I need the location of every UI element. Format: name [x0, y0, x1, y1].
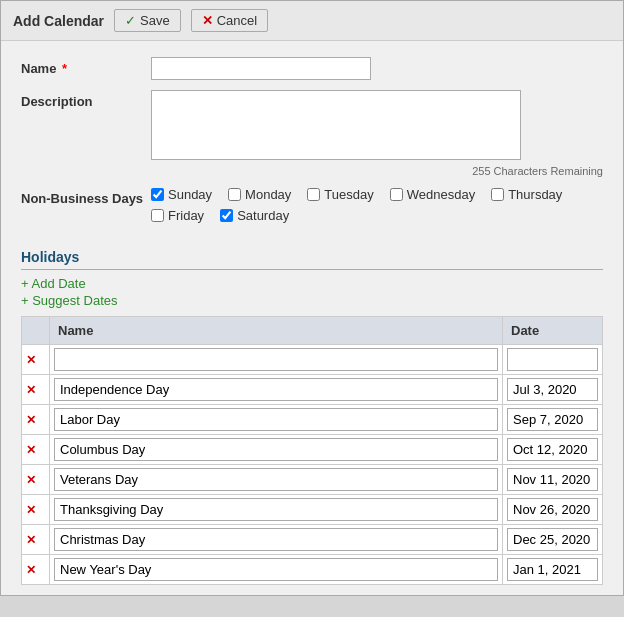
- delete-cell: ✕: [22, 495, 50, 525]
- col-header-delete: [22, 317, 50, 345]
- check-icon: ✓: [125, 13, 136, 28]
- col-header-name: Name: [50, 317, 503, 345]
- date-cell: [503, 495, 603, 525]
- holidays-table: Name Date ✕✕✕✕✕✕✕✕: [21, 316, 603, 585]
- holiday-name-input[interactable]: [54, 348, 498, 371]
- table-row: ✕: [22, 435, 603, 465]
- form-area: Name * Description 255 Characters Remain…: [1, 41, 623, 249]
- date-cell: [503, 525, 603, 555]
- delete-button[interactable]: ✕: [26, 443, 36, 457]
- day-monday[interactable]: Monday: [228, 187, 291, 202]
- name-input-wrapper: [151, 57, 603, 80]
- checkbox-thursday[interactable]: [491, 188, 504, 201]
- holidays-section: Holidays + Add Date + Suggest Dates Name…: [1, 249, 623, 595]
- save-button[interactable]: ✓ Save: [114, 9, 181, 32]
- delete-button[interactable]: ✕: [26, 563, 36, 577]
- delete-button[interactable]: ✕: [26, 383, 36, 397]
- description-input[interactable]: [151, 90, 521, 160]
- holiday-date-input[interactable]: [507, 438, 598, 461]
- name-cell: [50, 465, 503, 495]
- date-cell: [503, 465, 603, 495]
- cancel-button[interactable]: ✕ Cancel: [191, 9, 268, 32]
- date-cell: [503, 375, 603, 405]
- name-label: Name *: [21, 57, 151, 76]
- date-cell: [503, 555, 603, 585]
- table-header: Name Date: [22, 317, 603, 345]
- add-date-label: + Add Date: [21, 276, 86, 291]
- table-row: ✕: [22, 465, 603, 495]
- suggest-dates-label: + Suggest Dates: [21, 293, 117, 308]
- delete-button[interactable]: ✕: [26, 413, 36, 427]
- holiday-name-input[interactable]: [54, 468, 498, 491]
- name-input[interactable]: [151, 57, 371, 80]
- date-cell: [503, 435, 603, 465]
- delete-cell: ✕: [22, 525, 50, 555]
- header: Add Calendar ✓ Save ✕ Cancel: [1, 1, 623, 41]
- holiday-name-input[interactable]: [54, 498, 498, 521]
- checkbox-saturday[interactable]: [220, 209, 233, 222]
- table-row: ✕: [22, 375, 603, 405]
- day-sunday[interactable]: Sunday: [151, 187, 212, 202]
- holiday-name-input[interactable]: [54, 438, 498, 461]
- holiday-date-input[interactable]: [507, 348, 598, 371]
- non-business-days-label: Non-Business Days: [21, 187, 151, 206]
- add-date-link[interactable]: + Add Date: [21, 276, 603, 291]
- table-row: ✕: [22, 345, 603, 375]
- name-cell: [50, 525, 503, 555]
- holiday-date-input[interactable]: [507, 408, 598, 431]
- holiday-date-input[interactable]: [507, 498, 598, 521]
- delete-cell: ✕: [22, 405, 50, 435]
- checkbox-monday[interactable]: [228, 188, 241, 201]
- day-saturday[interactable]: Saturday: [220, 208, 289, 223]
- holiday-date-input[interactable]: [507, 378, 598, 401]
- date-cell: [503, 405, 603, 435]
- checkboxes-area: Sunday Monday Tuesday Wednesday: [151, 187, 603, 223]
- holidays-title: Holidays: [21, 249, 603, 270]
- day-friday[interactable]: Friday: [151, 208, 204, 223]
- day-thursday[interactable]: Thursday: [491, 187, 562, 202]
- delete-button[interactable]: ✕: [26, 473, 36, 487]
- checkbox-friday[interactable]: [151, 209, 164, 222]
- holiday-name-input[interactable]: [54, 378, 498, 401]
- checkbox-sunday[interactable]: [151, 188, 164, 201]
- description-input-wrapper: 255 Characters Remaining: [151, 90, 603, 177]
- delete-cell: ✕: [22, 375, 50, 405]
- holiday-name-input[interactable]: [54, 528, 498, 551]
- name-cell: [50, 555, 503, 585]
- delete-cell: ✕: [22, 555, 50, 585]
- delete-button[interactable]: ✕: [26, 533, 36, 547]
- name-row: Name *: [21, 57, 603, 80]
- page-title: Add Calendar: [13, 13, 104, 29]
- days-checkboxes: Sunday Monday Tuesday Wednesday: [151, 187, 603, 223]
- col-header-date: Date: [503, 317, 603, 345]
- name-cell: [50, 375, 503, 405]
- holiday-name-input[interactable]: [54, 408, 498, 431]
- save-label: Save: [140, 13, 170, 28]
- main-container: Add Calendar ✓ Save ✕ Cancel Name * Desc…: [0, 0, 624, 596]
- required-indicator: *: [62, 61, 67, 76]
- description-label: Description: [21, 90, 151, 109]
- holidays-body: ✕✕✕✕✕✕✕✕: [22, 345, 603, 585]
- checkbox-wednesday[interactable]: [390, 188, 403, 201]
- holiday-date-input[interactable]: [507, 468, 598, 491]
- delete-cell: ✕: [22, 465, 50, 495]
- checkbox-tuesday[interactable]: [307, 188, 320, 201]
- delete-cell: ✕: [22, 345, 50, 375]
- table-row: ✕: [22, 495, 603, 525]
- date-cell: [503, 345, 603, 375]
- delete-cell: ✕: [22, 435, 50, 465]
- char-remaining: 255 Characters Remaining: [151, 165, 603, 177]
- day-wednesday[interactable]: Wednesday: [390, 187, 475, 202]
- name-cell: [50, 405, 503, 435]
- delete-button[interactable]: ✕: [26, 353, 36, 367]
- holiday-date-input[interactable]: [507, 558, 598, 581]
- name-cell: [50, 345, 503, 375]
- table-row: ✕: [22, 405, 603, 435]
- day-tuesday[interactable]: Tuesday: [307, 187, 373, 202]
- table-row: ✕: [22, 525, 603, 555]
- delete-button[interactable]: ✕: [26, 503, 36, 517]
- name-cell: [50, 435, 503, 465]
- holiday-name-input[interactable]: [54, 558, 498, 581]
- suggest-dates-link[interactable]: + Suggest Dates: [21, 293, 603, 308]
- holiday-date-input[interactable]: [507, 528, 598, 551]
